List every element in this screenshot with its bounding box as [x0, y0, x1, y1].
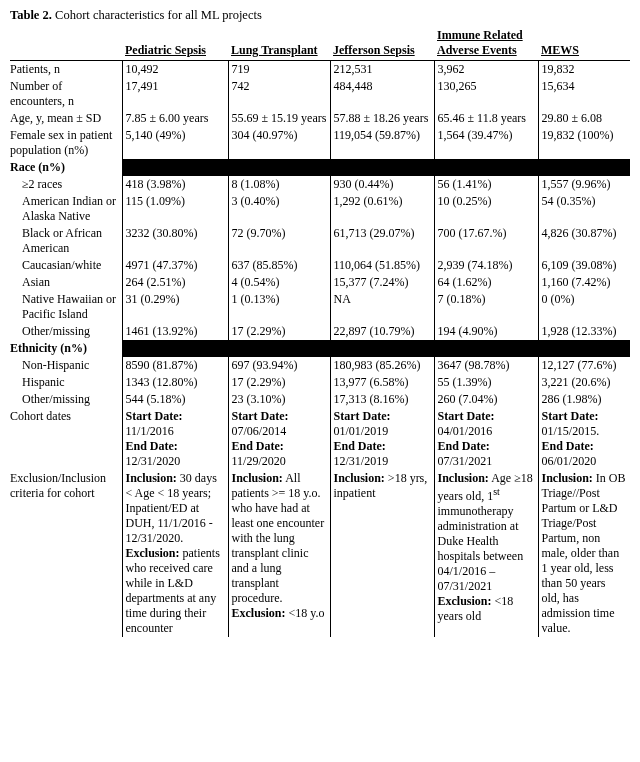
caption-label: Table 2.: [10, 8, 52, 22]
cell-eth_hisp-2: 13,977 (6.58%): [330, 374, 434, 391]
label-encounters: Number of encounters, n: [10, 78, 122, 110]
cell-race_aian-4: 54 (0.35%): [538, 193, 630, 225]
cell-race_asian-2: 15,377 (7.24%): [330, 274, 434, 291]
cohort-table: Pediatric Sepsis Lung Transplant Jeffers…: [10, 27, 630, 637]
cell-age-0: 7.85 ± 6.00 years: [122, 110, 228, 127]
label-race_white: Caucasian/white: [10, 257, 122, 274]
cell-eth_other-2: 17,313 (8.16%): [330, 391, 434, 408]
cell-eth_nonhisp-4: 12,127 (77.6%): [538, 357, 630, 374]
cell-race_white-1: 637 (85.85%): [228, 257, 330, 274]
cell-race_2plus-1: 8 (1.08%): [228, 176, 330, 193]
col-irae: Immune Related Adverse Events: [434, 27, 538, 61]
label-race_nhpi: Native Hawaiian or Pacific Island: [10, 291, 122, 323]
cell-eth_nonhisp-1: 697 (93.94%): [228, 357, 330, 374]
cell-dates-0: Start Date: 11/1/2016End Date: 12/31/202…: [122, 408, 228, 470]
row-patients: Patients, n10,492719212,5313,96219,832: [10, 61, 630, 79]
row-female: Female sex in patient population (n%)5,1…: [10, 127, 630, 159]
cell-race_asian-3: 64 (1.62%): [434, 274, 538, 291]
label-eth_header: Ethnicity (n%): [10, 340, 122, 357]
cell-race_nhpi-2: NA: [330, 291, 434, 323]
cell-race_header-4: [538, 159, 630, 176]
cell-encounters-1: 742: [228, 78, 330, 110]
cell-race_nhpi-4: 0 (0%): [538, 291, 630, 323]
cell-race_other-2: 22,897 (10.79%): [330, 323, 434, 340]
cell-race_black-4: 4,826 (30.87%): [538, 225, 630, 257]
cell-female-0: 5,140 (49%): [122, 127, 228, 159]
row-race_nhpi: Native Hawaiian or Pacific Island31 (0.2…: [10, 291, 630, 323]
cell-race_black-0: 3232 (30.80%): [122, 225, 228, 257]
cell-eth_hisp-1: 17 (2.29%): [228, 374, 330, 391]
cell-age-2: 57.88 ± 18.26 years: [330, 110, 434, 127]
cell-criteria-2: Inclusion: >18 yrs, inpatient: [330, 470, 434, 637]
cell-eth_header-0: [122, 340, 228, 357]
cell-eth_other-1: 23 (3.10%): [228, 391, 330, 408]
cell-eth_hisp-4: 3,221 (20.6%): [538, 374, 630, 391]
cell-encounters-3: 130,265: [434, 78, 538, 110]
cell-patients-4: 19,832: [538, 61, 630, 79]
cell-race_2plus-3: 56 (1.41%): [434, 176, 538, 193]
cell-race_asian-1: 4 (0.54%): [228, 274, 330, 291]
cell-race_aian-2: 1,292 (0.61%): [330, 193, 434, 225]
cell-race_2plus-2: 930 (0.44%): [330, 176, 434, 193]
col-jefferson: Jefferson Sepsis: [330, 27, 434, 61]
cell-eth_hisp-0: 1343 (12.80%): [122, 374, 228, 391]
cell-race_header-3: [434, 159, 538, 176]
cell-race_header-0: [122, 159, 228, 176]
label-female: Female sex in patient population (n%): [10, 127, 122, 159]
cell-criteria-1: Inclusion: All patients >= 18 y.o. who h…: [228, 470, 330, 637]
cell-eth_header-4: [538, 340, 630, 357]
cell-eth_nonhisp-2: 180,983 (85.26%): [330, 357, 434, 374]
cell-race_black-3: 700 (17.67.%): [434, 225, 538, 257]
cell-race_other-4: 1,928 (12.33%): [538, 323, 630, 340]
cell-race_black-2: 61,713 (29.07%): [330, 225, 434, 257]
cell-race_nhpi-1: 1 (0.13%): [228, 291, 330, 323]
header-empty: [10, 27, 122, 61]
cell-female-1: 304 (40.97%): [228, 127, 330, 159]
cell-female-3: 1,564 (39.47%): [434, 127, 538, 159]
label-patients: Patients, n: [10, 61, 122, 79]
caption-text: Cohort characteristics for all ML projec…: [55, 8, 262, 22]
cell-race_nhpi-3: 7 (0.18%): [434, 291, 538, 323]
label-age: Age, y, mean ± SD: [10, 110, 122, 127]
cell-encounters-4: 15,634: [538, 78, 630, 110]
cell-eth_header-3: [434, 340, 538, 357]
label-criteria: Exclusion/Inclusion criteria for cohort: [10, 470, 122, 637]
row-race_aian: American Indian or Alaska Native115 (1.0…: [10, 193, 630, 225]
cell-race_header-2: [330, 159, 434, 176]
cell-race_aian-0: 115 (1.09%): [122, 193, 228, 225]
cell-race_asian-0: 264 (2.51%): [122, 274, 228, 291]
table-caption: Table 2. Cohort characteristics for all …: [10, 8, 630, 23]
cell-race_aian-3: 10 (0.25%): [434, 193, 538, 225]
cell-dates-2: Start Date: 01/01/2019End Date: 12/31/20…: [330, 408, 434, 470]
cell-encounters-0: 17,491: [122, 78, 228, 110]
label-race_asian: Asian: [10, 274, 122, 291]
cell-race_header-1: [228, 159, 330, 176]
col-mews: MEWS: [538, 27, 630, 61]
cell-race_black-1: 72 (9.70%): [228, 225, 330, 257]
cell-patients-1: 719: [228, 61, 330, 79]
cell-eth_nonhisp-0: 8590 (81.87%): [122, 357, 228, 374]
cell-race_other-0: 1461 (13.92%): [122, 323, 228, 340]
cell-patients-3: 3,962: [434, 61, 538, 79]
cell-race_other-1: 17 (2.29%): [228, 323, 330, 340]
cell-age-3: 65.46 ± 11.8 years: [434, 110, 538, 127]
row-eth_nonhisp: Non-Hispanic8590 (81.87%)697 (93.94%)180…: [10, 357, 630, 374]
cell-eth_other-3: 260 (7.04%): [434, 391, 538, 408]
cell-dates-1: Start Date: 07/06/2014End Date: 11/29/20…: [228, 408, 330, 470]
label-race_black: Black or African American: [10, 225, 122, 257]
cell-female-2: 119,054 (59.87%): [330, 127, 434, 159]
cell-dates-3: Start Date: 04/01/2016End Date: 07/31/20…: [434, 408, 538, 470]
row-criteria: Exclusion/Inclusion criteria for cohortI…: [10, 470, 630, 637]
cell-patients-0: 10,492: [122, 61, 228, 79]
label-race_header: Race (n%): [10, 159, 122, 176]
row-race_other: Other/missing1461 (13.92%)17 (2.29%)22,8…: [10, 323, 630, 340]
cell-eth_other-4: 286 (1.98%): [538, 391, 630, 408]
cell-race_other-3: 194 (4.90%): [434, 323, 538, 340]
cell-eth_header-1: [228, 340, 330, 357]
row-race_2plus: ≥2 races418 (3.98%)8 (1.08%)930 (0.44%) …: [10, 176, 630, 193]
cell-dates-4: Start Date: 01/15/2015.End Date: 06/01/2…: [538, 408, 630, 470]
cell-criteria-4: Inclusion: In OB Triage//Post Partum or …: [538, 470, 630, 637]
label-eth_other: Other/missing: [10, 391, 122, 408]
label-eth_nonhisp: Non-Hispanic: [10, 357, 122, 374]
cell-race_white-0: 4971 (47.37%): [122, 257, 228, 274]
